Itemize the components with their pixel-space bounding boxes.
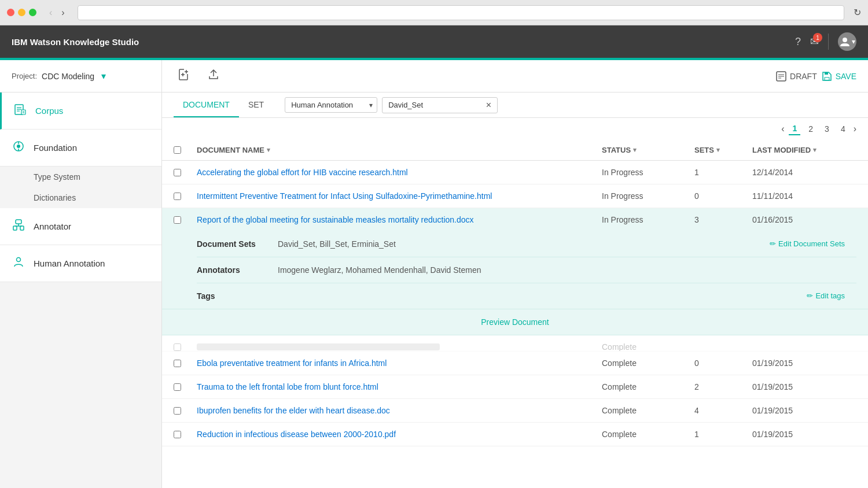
svg-point-17 — [17, 258, 21, 262]
sidebar-item-dictionaries[interactable]: Dictionaries — [0, 187, 161, 208]
header-right: ? ✉ 1 ▾ — [795, 32, 856, 51]
row3-checkbox[interactable] — [174, 216, 181, 224]
minimize-button[interactable] — [18, 9, 25, 16]
content-area: DRAFT SAVE DOCUMENT SET Human Annotation — [162, 60, 868, 488]
help-icon[interactable]: ? — [795, 36, 801, 48]
save-button[interactable]: SAVE — [822, 71, 856, 82]
header-divider — [828, 34, 829, 50]
row8-status: Complete — [602, 430, 694, 439]
table-row: Intermittent Preventive Treatment for In… — [162, 184, 868, 208]
sidebar-item-corpus[interactable]: Corpus — [0, 93, 161, 130]
col-header-document-name[interactable]: DOCUMENT NAME ▾ — [197, 146, 602, 154]
row3-sets: 3 — [694, 215, 752, 224]
row6-status: Complete — [602, 382, 694, 391]
row5-checkbox[interactable] — [174, 360, 181, 367]
row7-name[interactable]: Ibuprofen benefits for the elder with he… — [197, 406, 602, 415]
corpus-label: Corpus — [35, 106, 63, 116]
maximize-button[interactable] — [29, 9, 36, 16]
row4-name — [197, 343, 440, 350]
forward-button[interactable]: › — [58, 6, 68, 19]
project-dropdown-icon[interactable]: ▾ — [101, 71, 106, 82]
row4-checkbox[interactable] — [174, 343, 181, 351]
row7-checkbox[interactable] — [174, 407, 181, 415]
sort-name-icon: ▾ — [267, 146, 270, 154]
tab-set[interactable]: SET — [239, 93, 273, 117]
sidebar-item-annotator[interactable]: Annotator — [0, 208, 161, 245]
col-header-status[interactable]: STATUS ▾ — [602, 146, 694, 154]
svg-point-0 — [843, 38, 847, 42]
annotators-value: Imogene Weglarz, Mohamed Mendenhall, Dav… — [278, 265, 856, 275]
row1-name[interactable]: Accelerating the global effort for HIB v… — [197, 168, 602, 177]
edit-document-sets-button[interactable]: ✏ Edit Document Sets — [770, 239, 856, 248]
tab-document[interactable]: DOCUMENT — [174, 93, 239, 117]
avatar[interactable]: ▾ — [838, 32, 856, 51]
pagination: ‹ 1 2 3 4 › — [162, 118, 868, 140]
row8-name[interactable]: Reduction in infectious disease between … — [197, 430, 602, 439]
filter-tag-close[interactable]: × — [486, 101, 491, 110]
row1-sets: 1 — [694, 168, 752, 177]
browser-bar: ‹ › ↻ — [0, 0, 868, 25]
refresh-button[interactable]: ↻ — [854, 7, 861, 18]
back-button[interactable]: ‹ — [46, 6, 56, 19]
row8-checkbox[interactable] — [174, 431, 181, 438]
table-row: Ebola preventative treatment for infants… — [162, 352, 868, 375]
select-all-checkbox[interactable] — [174, 146, 181, 154]
sort-status-icon: ▾ — [633, 146, 637, 154]
preview-row: Preview Document — [162, 309, 868, 335]
filter-tag-text: David_Set — [388, 101, 483, 109]
next-page-button[interactable]: › — [854, 124, 856, 134]
edit-tags-button[interactable]: ✏ Edit tags — [807, 291, 856, 300]
table-row: Reduction in infectious disease between … — [162, 423, 868, 446]
page-4[interactable]: 4 — [837, 123, 849, 135]
preview-document-button[interactable]: Preview Document — [481, 317, 549, 327]
expanded-row-detail: Document Sets David_Set, Bill_Set, Ermin… — [162, 231, 868, 309]
col-header-sets[interactable]: SETS ▾ — [694, 146, 752, 154]
row3-name[interactable]: Report of the global meeting for sustain… — [197, 215, 602, 224]
svg-rect-30 — [825, 72, 828, 75]
annotators-label: Annotators — [197, 265, 266, 275]
filter-type-select[interactable]: Human Annotation — [285, 97, 377, 113]
project-name: CDC Modeling — [42, 72, 94, 81]
detail-row-tags: Tags ✏ Edit tags — [197, 283, 856, 309]
page-1[interactable]: 1 — [789, 123, 800, 135]
row6-checkbox[interactable] — [174, 383, 181, 391]
sidebar-item-type-system[interactable]: Type System — [0, 167, 161, 187]
sidebar-item-human-annotation[interactable]: Human Annotation — [0, 245, 161, 282]
close-button[interactable] — [7, 9, 14, 16]
filter-type-select-wrap: Human Annotation — [285, 97, 377, 113]
page-3[interactable]: 3 — [821, 123, 833, 135]
row2-checkbox[interactable] — [174, 193, 181, 200]
add-document-button[interactable] — [174, 66, 196, 86]
row5-name[interactable]: Ebola preventative treatment for infants… — [197, 358, 602, 368]
row3-date: 01/16/2015 — [752, 215, 856, 224]
table-row: Ibuprofen benefits for the elder with he… — [162, 399, 868, 423]
foundation-sub-items: Type System Dictionaries — [0, 167, 161, 208]
row5-status: Complete — [602, 358, 694, 368]
row1-checkbox[interactable] — [174, 169, 181, 176]
prev-page-button[interactable]: ‹ — [781, 124, 784, 134]
document-sets-value: David_Set, Bill_Set, Erminia_Set — [278, 239, 758, 249]
foundation-label: Foundation — [34, 143, 77, 153]
row2-name[interactable]: Intermittent Preventive Treatment for In… — [197, 191, 602, 201]
app-title: IBM Watson Knowledge Studio — [12, 37, 139, 47]
row6-name[interactable]: Trauma to the left frontal lobe from blu… — [197, 382, 602, 391]
upload-button[interactable] — [203, 66, 225, 86]
filter-tag: David_Set × — [382, 97, 498, 113]
row5-date: 01/19/2015 — [752, 358, 856, 368]
sidebar-item-foundation[interactable]: Foundation — [0, 130, 161, 167]
tags-label: Tags — [197, 291, 266, 301]
svg-point-9 — [17, 145, 20, 148]
row3-status: In Progress — [602, 215, 694, 224]
document-sets-label: Document Sets — [197, 239, 266, 249]
row1-status: In Progress — [602, 168, 694, 177]
notifications-icon[interactable]: ✉ 1 — [810, 35, 819, 48]
content-toolbar: DRAFT SAVE — [162, 60, 868, 93]
address-bar[interactable] — [78, 5, 844, 20]
row7-status: Complete — [602, 406, 694, 415]
row6-sets: 2 — [694, 382, 752, 391]
draft-button[interactable]: DRAFT — [776, 71, 817, 82]
edit-icon: ✏ — [770, 239, 776, 248]
col-header-last-modified[interactable]: LAST MODIFIED ▾ — [752, 146, 856, 154]
traffic-lights — [7, 9, 36, 16]
page-2[interactable]: 2 — [805, 123, 816, 135]
